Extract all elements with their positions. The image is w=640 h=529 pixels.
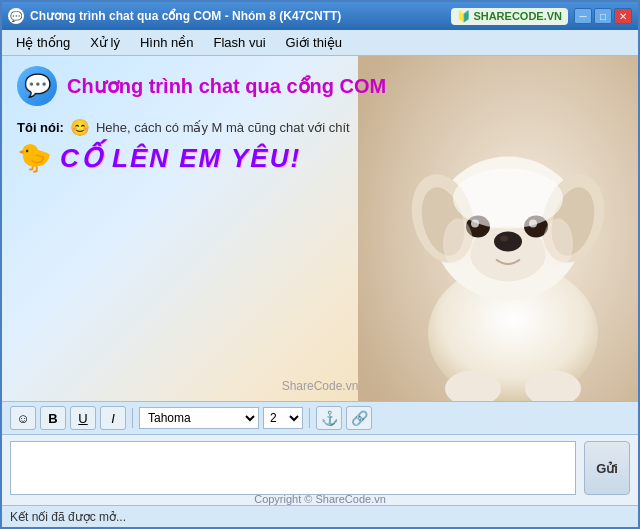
emoji-button[interactable]: ☺ [10, 406, 36, 430]
svg-point-16 [543, 219, 573, 269]
chat-header: 💬 Chương trình chat qua cổng COM [2, 56, 638, 112]
svg-point-9 [500, 236, 508, 242]
size-select[interactable]: 2 [263, 407, 303, 429]
formatting-toolbar: ☺ B U I Tahoma 2 ⚓ 🔗 [2, 401, 638, 435]
send-button[interactable]: Gửi [584, 441, 630, 495]
menu-xu-ly[interactable]: Xử lý [80, 32, 130, 53]
content-area: 💬 Chương trình chat qua cổng COM Tôi nói… [2, 56, 638, 527]
chat-messages: Tôi nói: 😊 Hehe, cách có mấy M mà cũng c… [2, 112, 638, 174]
close-button[interactable]: ✕ [614, 8, 632, 24]
status-text: Kết nối đã được mở... [10, 510, 126, 524]
underline-button[interactable]: U [70, 406, 96, 430]
sharecode-logo: 🔰 SHARECODE.VN [451, 8, 568, 25]
toolbar-divider-2 [309, 408, 310, 428]
main-window: 💬 Chương trình chat qua cổng COM - Nhóm … [0, 0, 640, 529]
bold-button[interactable]: B [40, 406, 66, 430]
link1-button[interactable]: ⚓ [316, 406, 342, 430]
message-row: Tôi nói: 😊 Hehe, cách có mấy M mà cũng c… [17, 118, 623, 137]
big-message-row: 🐤 CỐ LÊN EM YÊU! [17, 141, 623, 174]
chick-icon: 🐤 [17, 141, 52, 174]
svg-point-14 [453, 169, 563, 229]
italic-button[interactable]: I [100, 406, 126, 430]
message-content: Hehe, cách có mấy M mà cũng chat với chí… [96, 120, 350, 135]
svg-point-15 [443, 219, 473, 269]
title-bar: 💬 Chương trình chat qua cổng COM - Nhóm … [2, 2, 638, 30]
message-input[interactable] [10, 441, 576, 495]
menu-bar: Hệ thống Xử lý Hình nền Flash vui Giới t… [2, 30, 638, 56]
chat-title: Chương trình chat qua cổng COM [67, 74, 386, 98]
app-icon: 💬 [8, 8, 24, 24]
chat-display: 💬 Chương trình chat qua cổng COM Tôi nói… [2, 56, 638, 401]
menu-hinh-nen[interactable]: Hình nền [130, 32, 204, 53]
minimize-button[interactable]: ─ [574, 8, 592, 24]
status-bar: Kết nối đã được mở... [2, 505, 638, 527]
maximize-button[interactable]: □ [594, 8, 612, 24]
window-title: Chương trình chat qua cổng COM - Nhóm 8 … [30, 9, 341, 23]
emoji-smiley: 😊 [70, 118, 90, 137]
menu-flash-vui[interactable]: Flash vui [204, 32, 276, 53]
chat-icon: 💬 [17, 66, 57, 106]
window-controls: ─ □ ✕ [574, 8, 632, 24]
font-select[interactable]: Tahoma [139, 407, 259, 429]
input-area: Gửi [2, 435, 638, 505]
toolbar-divider [132, 408, 133, 428]
sharecode-icon: 🔰 [457, 10, 471, 23]
message-label: Tôi nói: [17, 120, 64, 135]
big-message-text: CỐ LÊN EM YÊU! [60, 143, 301, 174]
link2-button[interactable]: 🔗 [346, 406, 372, 430]
menu-he-thong[interactable]: Hệ thống [6, 32, 80, 53]
menu-gioi-thieu[interactable]: Giới thiệu [276, 32, 352, 53]
title-bar-left: 💬 Chương trình chat qua cổng COM - Nhóm … [8, 8, 341, 24]
watermark: ShareCode.vn [282, 379, 359, 393]
svg-point-8 [494, 232, 522, 252]
